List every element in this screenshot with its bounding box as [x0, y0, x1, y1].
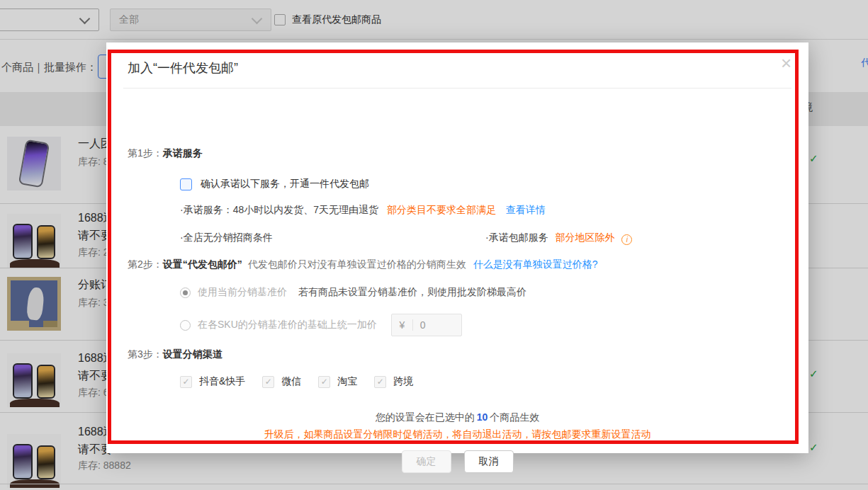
- channel-checkbox[interactable]: ✓: [374, 376, 386, 388]
- dialog-title: 加入“一件代发包邮”: [128, 59, 238, 76]
- channel-checkbox[interactable]: ✓: [262, 376, 274, 388]
- upgrade-warning: 升级后，如果商品设置分销限时促销活动，将自动退出活动，请按包邮要求重新设置活动: [106, 428, 808, 441]
- channel-item-weixin: ✓ 微信: [262, 375, 301, 388]
- step3-heading-row: 第3步：设置分销渠道: [128, 348, 222, 361]
- markup-amount-group: ¥ 0: [391, 314, 462, 336]
- channel-item-douyin-kuaishou: ✓ 抖音&快手: [180, 375, 245, 388]
- channel-checkbox[interactable]: ✓: [318, 376, 330, 388]
- channel-item-kuajing: ✓ 跨境: [374, 375, 413, 388]
- step2-label: 第2步：: [128, 258, 163, 270]
- confirm-button[interactable]: 确定: [402, 450, 451, 473]
- effect-prefix: 您的设置会在已选中的: [376, 411, 475, 423]
- service-commitment-row: ·承诺服务：48小时以内发货、7天无理由退货 部分类目不要求全部满足 查看详情: [180, 204, 546, 217]
- title-divider: [123, 88, 791, 89]
- shipping-commitment-text: ·承诺包邮服务: [485, 232, 548, 243]
- join-free-shipping-dialog: 加入“一件代发包邮” × 第1步：承诺服务 确认承诺以下服务，开通一件代发包邮 …: [106, 42, 808, 453]
- step3-heading: 设置分销渠道: [163, 348, 222, 360]
- channel-label: 淘宝: [337, 375, 357, 388]
- channel-label: 微信: [281, 375, 301, 388]
- base-price-desc: 若有商品未设置分销基准价，则使用批发阶梯最高价: [298, 286, 526, 299]
- price-question-link[interactable]: 什么是没有单独设置过价格?: [473, 258, 598, 270]
- service-note: 部分类目不要求全部满足: [387, 204, 496, 215]
- channel-label: 抖音&快手: [199, 375, 245, 388]
- shipping-note: 部分地区除外: [556, 232, 615, 243]
- base-price-radio[interactable]: [180, 287, 191, 298]
- currency-symbol: ¥: [392, 319, 413, 331]
- close-icon[interactable]: ×: [781, 54, 791, 72]
- dialog-actions: 确定 取消: [106, 450, 808, 473]
- confirm-service-checkbox[interactable]: [180, 178, 192, 190]
- effect-suffix: 个商品生效: [490, 411, 539, 423]
- step1-heading: 承诺服务: [163, 147, 203, 159]
- base-price-label: 使用当前分销基准价: [198, 286, 287, 299]
- step1-label: 第1步：: [128, 147, 163, 159]
- markup-option-row: 在各SKU的分销基准价的基础上统一加价 ¥ 0: [180, 314, 462, 336]
- conditions-row: ·全店无分销招商条件 ·承诺包邮服务 部分地区除外 i: [180, 232, 775, 244]
- channel-label: 跨境: [393, 375, 413, 388]
- info-icon[interactable]: i: [621, 234, 632, 245]
- step2-desc: 代发包邮价只对没有单独设置过价格的分销商生效: [248, 258, 466, 270]
- no-condition-text: ·全店无分销招商条件: [180, 232, 273, 243]
- step3-label: 第3步：: [128, 348, 163, 360]
- markup-label: 在各SKU的分销基准价的基础上统一加价: [198, 319, 377, 331]
- markup-amount-input[interactable]: 0: [413, 319, 461, 331]
- effect-summary: 您的设置会在已选中的10个商品生效: [106, 411, 808, 424]
- view-details-link[interactable]: 查看详情: [506, 204, 546, 215]
- channel-checkbox[interactable]: ✓: [180, 376, 192, 388]
- markup-radio[interactable]: [180, 320, 191, 331]
- channel-list: ✓ 抖音&快手 ✓ 微信 ✓ 淘宝 ✓ 跨境: [180, 375, 413, 388]
- confirm-service-row: 确认承诺以下服务，开通一件代发包邮: [180, 178, 369, 190]
- step1-heading-row: 第1步：承诺服务: [128, 147, 203, 160]
- step2-heading: 设置“代发包邮价”: [163, 258, 242, 270]
- step2-heading-row: 第2步：设置“代发包邮价”代发包邮价只对没有单独设置过价格的分销商生效 什么是没…: [128, 258, 597, 271]
- effect-count: 10: [477, 411, 488, 423]
- channel-item-taobao: ✓ 淘宝: [318, 375, 357, 388]
- screen: 渠道 全部 查看原代发包邮商品 个商品｜批量操作： 境 代 一人团 库存: 8 …: [0, 0, 868, 490]
- cancel-button[interactable]: 取消: [464, 450, 514, 473]
- service-commitment-text: ·承诺服务：48小时以内发货、7天无理由退货: [180, 204, 378, 215]
- confirm-service-label: 确认承诺以下服务，开通一件代发包邮: [201, 178, 369, 190]
- base-price-option-row: 使用当前分销基准价 若有商品未设置分销基准价，则使用批发阶梯最高价: [180, 286, 526, 299]
